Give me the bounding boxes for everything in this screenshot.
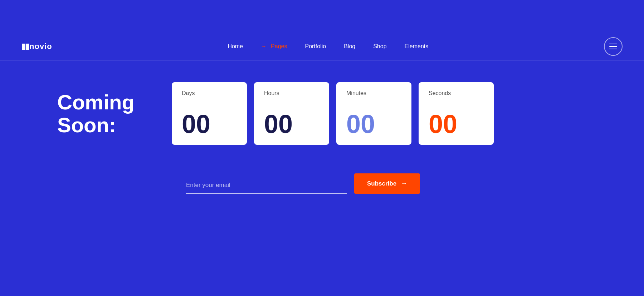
hamburger-line-2 <box>609 46 617 47</box>
seconds-value: 00 <box>429 111 457 137</box>
main-content: Coming Soon: Days 00 Hours 00 Minutes 00 <box>0 61 644 268</box>
countdown-hours-card: Hours 00 <box>254 82 329 145</box>
nav-pages[interactable]: Pages <box>271 43 287 50</box>
logo: ▮▮ novio <box>21 42 52 51</box>
minutes-value: 00 <box>346 111 375 137</box>
coming-soon-line2: Soon: <box>57 114 150 137</box>
nav-blog[interactable]: Blog <box>344 43 355 50</box>
logo-text: novio <box>29 42 52 51</box>
nav-portfolio[interactable]: Portfolio <box>305 43 326 50</box>
nav-home[interactable]: Home <box>228 43 243 50</box>
email-input-wrapper <box>186 180 347 194</box>
content-row: Coming Soon: Days 00 Hours 00 Minutes 00 <box>21 82 623 145</box>
coming-soon-heading: Coming Soon: <box>57 91 150 137</box>
seconds-label: Seconds <box>429 90 451 97</box>
subscribe-button-label: Subscribe <box>367 180 396 187</box>
nav-pages-group: → Pages <box>261 43 287 50</box>
coming-soon-line1: Coming <box>57 91 150 114</box>
countdown-seconds-card: Seconds 00 <box>419 82 494 145</box>
hours-label: Hours <box>264 90 279 97</box>
header: ▮▮ novio Home → Pages Portfolio Blog Sho… <box>0 32 644 61</box>
days-value: 00 <box>182 111 210 137</box>
countdown-days-card: Days 00 <box>172 82 247 145</box>
countdown-grid: Days 00 Hours 00 Minutes 00 Seconds 00 <box>172 82 623 145</box>
countdown-minutes-card: Minutes 00 <box>336 82 411 145</box>
subscribe-button[interactable]: Subscribe → <box>354 173 420 194</box>
hamburger-menu-button[interactable] <box>604 37 623 56</box>
hamburger-line-1 <box>609 44 617 44</box>
hamburger-line-3 <box>609 49 617 49</box>
subscribe-arrow-icon: → <box>401 180 407 187</box>
days-label: Days <box>182 90 195 97</box>
main-nav: Home → Pages Portfolio Blog Shop Element… <box>228 43 428 50</box>
logo-bracket: ▮▮ <box>21 42 29 51</box>
hours-value: 00 <box>264 111 293 137</box>
subscribe-section: Subscribe → <box>21 173 623 194</box>
top-border <box>0 0 644 32</box>
nav-arrow-icon: → <box>261 43 267 50</box>
email-input[interactable] <box>186 180 347 190</box>
minutes-label: Minutes <box>346 90 366 97</box>
nav-shop[interactable]: Shop <box>373 43 386 50</box>
nav-elements[interactable]: Elements <box>405 43 429 50</box>
